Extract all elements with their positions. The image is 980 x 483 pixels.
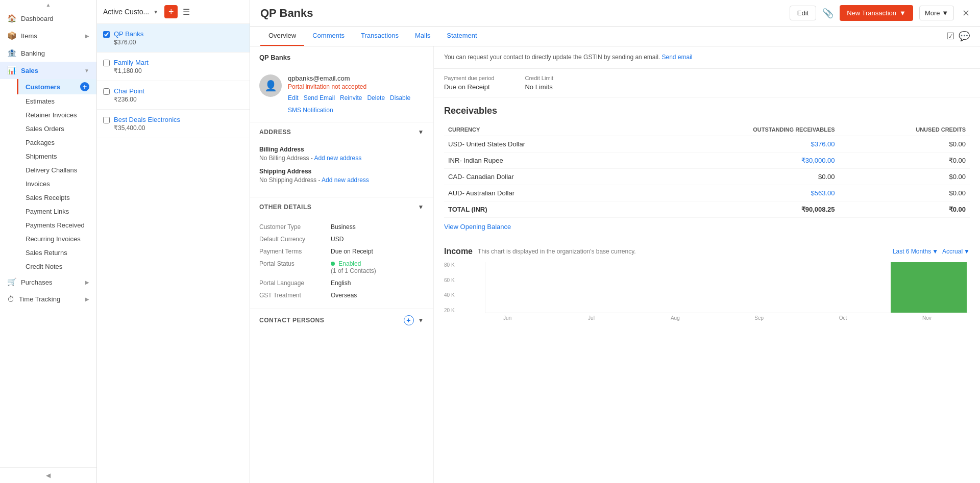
detail-value-currency: USD (331, 236, 344, 243)
sidebar-item-shipments[interactable]: Shipments (18, 149, 96, 163)
income-header: Income This chart is displayed in the or… (444, 247, 970, 256)
receivables-header-row: CURRENCY OUTSTANDING RECEIVABLES UNUSED … (444, 123, 970, 136)
profile-action-delete[interactable]: Delete (367, 94, 385, 101)
outstanding-aud-link[interactable]: $563.00 (811, 189, 835, 197)
sidebar-item-purchases[interactable]: 🛒 Purchases ▶ (0, 273, 96, 291)
sidebar-item-sales-returns[interactable]: Sales Returns (18, 246, 96, 260)
outstanding-inr-link[interactable]: ₹30,000.00 (801, 157, 835, 164)
detail-label-portal-language: Portal Language (259, 279, 331, 287)
profile-action-sms[interactable]: SMS Notification (288, 107, 333, 114)
customer-item-bestdeals[interactable]: Best Deals Electronics ₹35,400.00 (97, 110, 250, 138)
payments-received-label: Payments Received (26, 221, 85, 229)
sidebar-item-customers[interactable]: Customers + (17, 79, 96, 94)
profile-action-send-email[interactable]: Send Email (304, 94, 335, 101)
tab-mails[interactable]: Mails (407, 27, 438, 46)
tab-transactions[interactable]: Transactions (353, 27, 407, 46)
address-section-header[interactable]: ADDRESS ▼ (250, 122, 433, 142)
sidebar-label-items: Items (21, 32, 37, 40)
view-opening-balance-link[interactable]: View Opening Balance (444, 223, 970, 231)
shipping-add-link[interactable]: Add new address (322, 176, 369, 184)
retainer-invoices-label: Retainer Invoices (26, 111, 77, 119)
attachment-icon[interactable]: 📎 (822, 8, 834, 19)
close-icon[interactable]: ✕ (962, 8, 970, 19)
customer-item-familymart[interactable]: Family Mart ₹1,180.00 (97, 53, 250, 81)
sidebar-item-sales[interactable]: 📊 Sales ▼ (0, 62, 96, 79)
profile-action-reinvite[interactable]: Reinvite (340, 94, 362, 101)
sidebar-item-payments-received[interactable]: Payments Received (18, 218, 96, 232)
content-left: QP Banks 👤 qpbanks@email.com Portal invi… (250, 46, 434, 483)
detail-value-portal-status: Enabled (1 of 1 Contacts) (331, 260, 376, 274)
profile-section: 👤 qpbanks@email.com Portal invitation no… (250, 66, 433, 122)
other-details-content: Customer Type Business Default Currency … (250, 217, 433, 309)
y-label-60k: 60 K (444, 277, 455, 283)
chat-icon[interactable]: 💬 (959, 31, 970, 42)
customer-menu-btn[interactable]: ☰ (183, 7, 190, 17)
sidebar-item-items[interactable]: 📦 Items ▶ (0, 27, 96, 44)
customer-name-qpbanks: QP Banks (114, 30, 243, 38)
sidebar-item-payment-links[interactable]: Payment Links (18, 205, 96, 218)
customer-amount-familymart: ₹1,180.00 (114, 67, 243, 74)
other-details-header[interactable]: OTHER DETAILS ▼ (250, 197, 433, 217)
contact-persons-header[interactable]: CONTACT PERSONS + ▼ (250, 309, 433, 332)
customer-amount-qpbanks: $376.00 (114, 39, 243, 46)
address-content: Billing Address No Billing Address - Add… (250, 142, 433, 197)
sidebar-item-recurring-invoices[interactable]: Recurring Invoices (18, 232, 96, 246)
customer-item-qpbanks[interactable]: QP Banks $376.00 (97, 24, 250, 53)
sales-returns-label: Sales Returns (26, 249, 67, 257)
sidebar-item-banking[interactable]: 🏦 Banking (0, 44, 96, 62)
profile-action-edit[interactable]: Edit (288, 94, 299, 101)
outstanding-usd-link[interactable]: $376.00 (811, 140, 835, 148)
more-button[interactable]: More ▼ (919, 6, 954, 20)
sidebar-item-sales-orders[interactable]: Sales Orders (18, 122, 96, 136)
new-transaction-button[interactable]: New Transaction ▼ (840, 5, 913, 21)
detail-label-customer-type: Customer Type (259, 223, 331, 231)
scroll-up-icon[interactable]: ▲ (0, 0, 96, 10)
more-label: More (925, 9, 940, 17)
sidebar-item-time-tracking[interactable]: ⏱ Time Tracking ▶ (0, 291, 96, 308)
customer-checkbox-bestdeals[interactable] (103, 117, 110, 123)
add-icon: + (168, 7, 174, 17)
unused-usd: $0.00 (839, 136, 970, 152)
sidebar-item-estimates[interactable]: Estimates (18, 94, 96, 108)
sidebar-collapse-btn[interactable]: ◀ (0, 467, 96, 483)
billing-add-link[interactable]: Add new address (314, 155, 361, 162)
customer-checkbox-qpbanks[interactable] (103, 31, 110, 38)
checkbox-icon[interactable]: ☑ (946, 31, 954, 42)
add-contact-btn[interactable]: + (404, 315, 414, 325)
detail-row-portal-status: Portal Status Enabled (1 of 1 Contacts) (259, 258, 424, 277)
detail-row-customer-type: Customer Type Business (259, 221, 424, 233)
customers-add-btn[interactable]: + (80, 82, 89, 91)
filter-chevron-icon[interactable]: ▼ (153, 9, 158, 15)
sidebar-item-dashboard[interactable]: 🏠 Dashboard (0, 10, 96, 27)
income-type-btn[interactable]: Accrual ▼ (942, 248, 970, 255)
sidebar-item-delivery-challans[interactable]: Delivery Challans (18, 163, 96, 177)
content-right: You can request your contact to directly… (434, 46, 980, 483)
send-email-link[interactable]: Send email (662, 54, 692, 61)
customer-checkbox-familymart[interactable] (103, 60, 110, 66)
income-period-btn[interactable]: Last 6 Months ▼ (893, 248, 938, 255)
edit-button[interactable]: Edit (790, 6, 816, 20)
billing-address-label: Billing Address (259, 146, 424, 153)
add-customer-btn[interactable]: + (164, 5, 178, 18)
tab-overview[interactable]: Overview (260, 27, 304, 46)
sales-receipts-label: Sales Receipts (26, 194, 70, 201)
tab-icons: ☑ 💬 (946, 27, 970, 46)
time-tracking-icon: ⏱ (7, 295, 15, 303)
time-tracking-arrow-icon: ▶ (85, 296, 89, 302)
customer-checkbox-chaipoint[interactable] (103, 88, 110, 95)
customer-item-chaipoint[interactable]: Chai Point ₹236.00 (97, 81, 250, 110)
sidebar-item-invoices[interactable]: Invoices (18, 177, 96, 191)
total-label: TOTAL (INR) (444, 201, 636, 218)
sidebar-item-credit-notes[interactable]: Credit Notes (18, 260, 96, 273)
sidebar-item-packages[interactable]: Packages (18, 136, 96, 149)
customer-panel: Active Custo... ▼ + ☰ QP Banks $376.00 F… (97, 0, 250, 483)
customer-filter-dropdown[interactable]: Active Custo... (103, 8, 149, 16)
tab-statement[interactable]: Statement (438, 27, 485, 46)
billing-address-value: No Billing Address - Add new address (259, 155, 424, 162)
profile-action-disable[interactable]: Disable (390, 94, 410, 101)
income-type-label: Accrual (942, 248, 963, 255)
sidebar-item-sales-receipts[interactable]: Sales Receipts (18, 191, 96, 205)
month-jun: Jun (468, 315, 547, 321)
sidebar-item-retainer-invoices[interactable]: Retainer Invoices (18, 108, 96, 122)
tab-comments[interactable]: Comments (304, 27, 353, 46)
